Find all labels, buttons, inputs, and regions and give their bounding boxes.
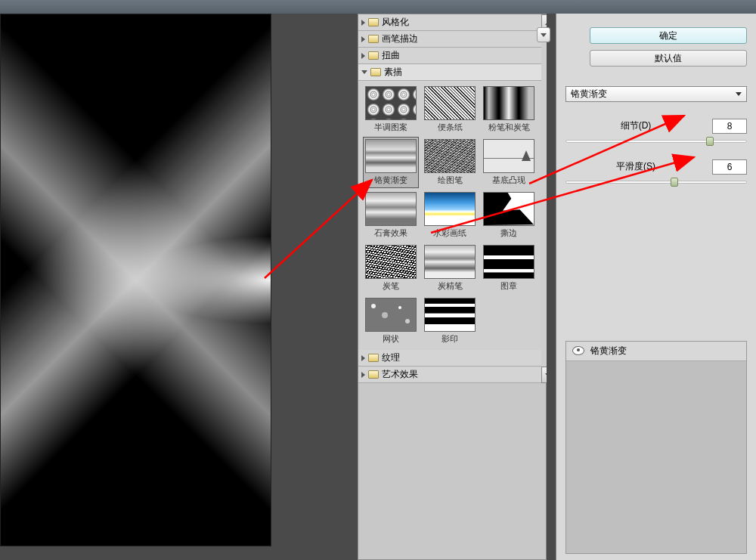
thumb-label: 影印 [442, 333, 458, 345]
thumb-label: 绘图笔 [438, 175, 463, 186]
thumb-preview [483, 245, 534, 279]
thumb-6[interactable]: 石膏效果 [363, 190, 419, 241]
folder-icon [368, 51, 379, 60]
thumb-1[interactable]: 便条纸 [422, 84, 478, 135]
preview-frame [0, 14, 271, 546]
thumb-preview [483, 139, 534, 173]
settings-panel: 确定 默认值 铬黄渐变 细节(D) 平滑度(S) 铬黄渐变 [556, 14, 756, 560]
detail-input[interactable] [712, 119, 747, 134]
folder-label: 艺术效果 [382, 368, 418, 381]
thumb-3[interactable]: 铬黄渐变 [363, 137, 419, 188]
thumb-2[interactable]: 粉笔和炭笔 [481, 84, 537, 135]
thumb-preview [424, 245, 476, 279]
thumb-7[interactable]: 水彩画纸 [422, 190, 478, 241]
thumb-5[interactable]: 基底凸现 [481, 137, 537, 188]
sketch-thumbnails: 半调图案便条纸粉笔和炭笔铬黄渐变绘图笔基底凸现石膏效果水彩画纸撕边炭笔炭精笔图章… [358, 81, 541, 350]
ok-button[interactable]: 确定 [590, 27, 747, 44]
smooth-label: 平滑度(S) [565, 160, 706, 173]
thumb-label: 网状 [383, 333, 399, 345]
folder-icon [370, 68, 381, 76]
layer-name: 铬黄渐变 [590, 345, 627, 357]
gallery-tree: 风格化 画笔描边 扭曲 素描 半调图案便条纸粉笔和炭笔铬黄渐变绘 [358, 14, 541, 383]
thumb-label: 半调图案 [374, 122, 407, 133]
folder-label: 风格化 [382, 16, 409, 29]
folder-icon [368, 18, 379, 26]
thumb-12[interactable]: 网状 [363, 295, 419, 347]
folder-label: 纹理 [382, 351, 400, 364]
thumb-label: 撕边 [500, 227, 517, 239]
expand-icon [361, 36, 365, 42]
visibility-icon[interactable] [572, 346, 584, 355]
detail-label: 细节(D) [565, 119, 706, 132]
folder-brush[interactable]: 画笔描边 [358, 31, 541, 48]
thumb-0[interactable]: 半调图案 [363, 84, 419, 135]
filter-selected-label: 铬黄渐变 [571, 88, 607, 101]
thumb-preview [365, 298, 417, 332]
thumb-9[interactable]: 炭笔 [363, 243, 419, 294]
window-titlebar [0, 0, 756, 14]
main-area: 风格化 画笔描边 扭曲 素描 半调图案便条纸粉笔和炭笔铬黄渐变绘 [0, 14, 756, 560]
vertical-splitter-2[interactable] [547, 14, 556, 560]
folder-icon [368, 354, 379, 362]
thumb-label: 粉笔和炭笔 [488, 122, 530, 133]
vertical-splitter-1[interactable] [344, 14, 358, 560]
thumb-13[interactable]: 影印 [422, 295, 478, 347]
filter-dropdown[interactable]: 铬黄渐变 [565, 86, 747, 102]
smooth-slider-handle[interactable] [671, 178, 678, 187]
detail-slider[interactable] [565, 140, 747, 143]
filter-gallery-panel: 风格化 画笔描边 扭曲 素描 半调图案便条纸粉笔和炭笔铬黄渐变绘 [358, 14, 547, 560]
thumb-preview [483, 192, 534, 226]
collapse-icon [361, 70, 367, 74]
thumb-label: 图章 [500, 280, 517, 292]
expand-icon [361, 53, 365, 59]
smooth-slider[interactable] [565, 181, 747, 184]
thumb-label: 便条纸 [438, 122, 463, 133]
expand-icon [361, 372, 365, 378]
thumb-label: 铬黄渐变 [374, 175, 407, 186]
thumb-8[interactable]: 撕边 [481, 190, 537, 241]
thumb-4[interactable]: 绘图笔 [422, 137, 478, 188]
thumb-label: 水彩画纸 [433, 227, 466, 239]
thumb-preview [365, 245, 417, 279]
thumb-label: 炭笔 [383, 280, 399, 292]
folder-icon [368, 35, 379, 43]
chevron-down-icon [541, 33, 547, 37]
thumb-preview [424, 139, 476, 173]
collapse-panel-button[interactable] [537, 27, 550, 42]
thumb-11[interactable]: 图章 [481, 243, 537, 294]
thumb-preview [424, 192, 476, 226]
folder-texture[interactable]: 纹理 [358, 350, 541, 367]
folder-stylize[interactable]: 风格化 [358, 14, 541, 31]
thumb-preview [365, 192, 417, 226]
folder-artistic[interactable]: 艺术效果 [358, 367, 541, 383]
effect-layers-panel: 铬黄渐变 [565, 341, 747, 554]
thumb-preview [365, 86, 417, 120]
thumb-preview [424, 298, 476, 332]
thumb-label: 石膏效果 [374, 227, 407, 239]
folder-sketch[interactable]: 素描 [358, 64, 541, 81]
smooth-input[interactable] [712, 159, 747, 175]
expand-icon [361, 20, 365, 26]
preview-panel [0, 14, 344, 560]
thumb-preview [483, 86, 534, 120]
detail-slider-handle[interactable] [706, 137, 714, 146]
dropdown-icon [736, 92, 742, 96]
folder-label: 素描 [384, 66, 402, 79]
folder-label: 画笔描边 [382, 32, 418, 45]
thumb-label: 炭精笔 [438, 280, 463, 292]
folder-label: 扭曲 [382, 49, 400, 62]
thumb-10[interactable]: 炭精笔 [422, 243, 478, 294]
layer-body [566, 361, 746, 553]
thumb-preview [365, 139, 417, 173]
layer-row[interactable]: 铬黄渐变 [566, 342, 746, 361]
defaults-button[interactable]: 默认值 [590, 50, 747, 67]
folder-distort[interactable]: 扭曲 [358, 48, 541, 64]
thumb-preview [424, 86, 476, 120]
thumb-label: 基底凸现 [492, 175, 525, 186]
preview-image [1, 14, 271, 546]
folder-icon [368, 370, 379, 379]
expand-icon [361, 355, 365, 361]
